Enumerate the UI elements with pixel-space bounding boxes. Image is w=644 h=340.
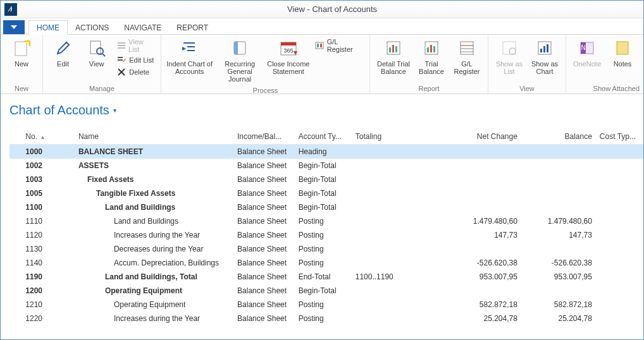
col-cost-type[interactable]: Cost Typ... xyxy=(596,129,643,145)
file-menu[interactable] xyxy=(3,20,25,34)
table-row[interactable]: 1003Fixed AssetsBalance SheetBegin-Total xyxy=(9,173,643,186)
recurring-journal-button[interactable]: Recurring General Journal xyxy=(215,36,264,85)
table-row[interactable]: 1000BALANCE SHEETBalance SheetHeading xyxy=(9,145,643,159)
cell-type: Heading xyxy=(295,145,352,159)
cell-income: Balance Sheet xyxy=(233,159,295,173)
indent-icon xyxy=(180,39,199,58)
row-handle[interactable] xyxy=(9,298,22,312)
tab-actions[interactable]: ACTIONS xyxy=(68,21,116,34)
table-row[interactable]: 1220Increases during the YearBalance She… xyxy=(9,312,643,325)
group-label-report: Report xyxy=(374,83,484,94)
delete-icon xyxy=(116,67,127,77)
row-handle[interactable] xyxy=(9,228,22,242)
group-label-process: Process xyxy=(165,85,366,95)
cell-net: -526.620,38 xyxy=(447,256,521,270)
detail-trial-balance-button[interactable]: Detail Trial Balance xyxy=(374,36,413,78)
cell-balance xyxy=(521,200,596,214)
table-row[interactable]: 1100Land and BuildingsBalance SheetBegin… xyxy=(9,200,643,214)
cell-cost-type xyxy=(596,200,643,214)
cell-balance: 582.872,18 xyxy=(521,298,596,312)
titlebar: ⁄ı View - Chart of Accounts xyxy=(1,1,643,18)
new-button[interactable]: New xyxy=(4,36,39,70)
page-title[interactable]: Chart of Accounts ▾ xyxy=(9,103,643,118)
svg-rect-8 xyxy=(118,47,125,49)
cell-no: 1200 xyxy=(22,284,75,298)
cell-net xyxy=(447,145,521,159)
indent-button[interactable]: Indent Chart of Accounts xyxy=(165,36,214,78)
row-handle[interactable] xyxy=(9,186,22,200)
table-row[interactable]: 1120Increases during the YearBalance She… xyxy=(9,228,643,242)
delete-button[interactable]: Delete xyxy=(114,66,157,78)
table-row[interactable]: 1190Land and Buildings, TotalBalance She… xyxy=(9,270,643,284)
svg-line-5 xyxy=(102,54,105,56)
ribbon-group-view: Show as List Show as Chart View xyxy=(488,35,566,94)
cell-cost-type xyxy=(596,256,643,270)
cell-balance xyxy=(521,159,596,173)
svg-rect-18 xyxy=(234,42,238,54)
new-label: New xyxy=(15,60,28,68)
table-row[interactable]: 1002ASSETSBalance SheetBegin-Total xyxy=(9,159,643,173)
table-row[interactable]: 1140Accum. Depreciation, BuildingsBalanc… xyxy=(9,256,643,270)
trial-balance-button[interactable]: Trial Balance xyxy=(414,36,449,78)
cell-name: Increases during the Year xyxy=(75,228,233,242)
svg-text:365: 365 xyxy=(283,47,293,54)
close-income-button[interactable]: 365 Close Income Statement xyxy=(266,36,311,78)
table-row[interactable]: 1005Tangible Fixed AssetsBalance SheetBe… xyxy=(9,186,643,200)
row-handle[interactable] xyxy=(9,270,22,284)
row-handle[interactable] xyxy=(9,256,22,270)
cell-no: 1000 xyxy=(22,145,75,159)
onenote-label: OneNote xyxy=(573,60,601,68)
svg-rect-23 xyxy=(316,42,323,49)
row-handle[interactable] xyxy=(9,159,22,173)
row-selector-header[interactable] xyxy=(9,129,22,145)
gl-register-button[interactable]: G/L Register xyxy=(450,36,484,78)
row-handle[interactable] xyxy=(9,173,22,186)
row-handle[interactable] xyxy=(9,312,22,325)
sort-asc-icon: ▲ xyxy=(40,134,46,140)
gl-register-small-button[interactable]: G/L Register xyxy=(313,37,366,54)
col-account-type[interactable]: Account Ty... xyxy=(295,129,352,145)
cell-type: Posting xyxy=(295,214,352,228)
col-name[interactable]: Name xyxy=(75,129,233,145)
tab-report[interactable]: REPORT xyxy=(169,21,216,34)
row-handle[interactable] xyxy=(9,284,22,298)
table-row[interactable]: 1200Operating EquipmentBalance SheetBegi… xyxy=(9,284,643,298)
row-handle[interactable] xyxy=(9,214,22,228)
row-handle[interactable] xyxy=(9,242,22,256)
edit-list-button[interactable]: Edit List xyxy=(114,54,157,66)
row-handle[interactable] xyxy=(9,145,22,159)
cell-no: 1100 xyxy=(22,200,75,214)
edit-button[interactable]: Edit xyxy=(47,36,79,70)
cell-net xyxy=(447,242,521,256)
col-no[interactable]: No.▲ xyxy=(22,129,75,145)
pencil-icon xyxy=(54,39,73,58)
view-list-button[interactable]: View List xyxy=(114,37,157,54)
tab-navigate[interactable]: NAVIGATE xyxy=(116,21,169,34)
col-net-change[interactable]: Net Change xyxy=(447,129,521,145)
tab-home[interactable]: HOME xyxy=(28,20,68,35)
show-as-list-button[interactable]: Show as List xyxy=(492,36,526,78)
cell-no: 1003 xyxy=(22,173,75,186)
table-row[interactable]: 1110Land and BuildingsBalance SheetPosti… xyxy=(9,214,643,228)
view-button[interactable]: View xyxy=(80,36,113,70)
svg-rect-7 xyxy=(118,45,125,46)
col-income[interactable]: Income/Bal... xyxy=(233,129,295,145)
row-handle[interactable] xyxy=(9,200,22,214)
cell-totaling xyxy=(352,256,447,270)
grid-header-row: No.▲ Name Income/Bal... Account Ty... To… xyxy=(9,129,643,145)
cell-net: 582.872,18 xyxy=(447,298,521,312)
table-row[interactable]: 1130Decreases during the YearBalance She… xyxy=(9,242,643,256)
cell-cost-type xyxy=(596,186,643,200)
notes-button[interactable]: Notes xyxy=(605,36,640,70)
cell-income: Balance Sheet xyxy=(233,200,295,214)
onenote-button[interactable]: N OneNote xyxy=(570,36,604,70)
col-totaling[interactable]: Totaling xyxy=(352,129,447,145)
show-as-chart-button[interactable]: Show as Chart xyxy=(528,36,562,78)
journal-icon xyxy=(230,39,249,58)
col-balance[interactable]: Balance xyxy=(521,129,596,145)
cell-no: 1130 xyxy=(22,242,75,256)
svg-rect-0 xyxy=(15,42,27,56)
table-row[interactable]: 1210Operating EquipmentBalance SheetPost… xyxy=(9,298,643,312)
cell-balance: -526.620,38 xyxy=(521,256,596,270)
svg-rect-43 xyxy=(547,44,548,52)
